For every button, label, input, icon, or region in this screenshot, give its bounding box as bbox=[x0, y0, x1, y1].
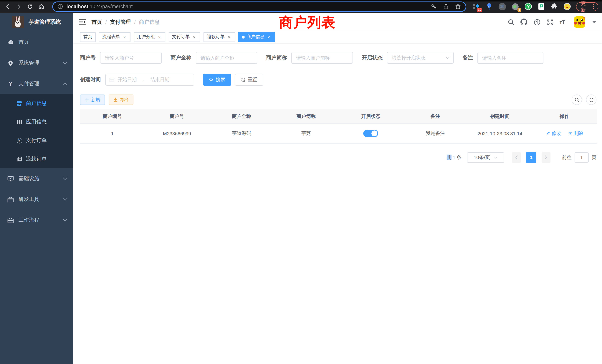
status-select[interactable]: 请选择开启状态 bbox=[387, 52, 454, 64]
extension-balloon-icon[interactable] bbox=[486, 3, 493, 10]
tab-home[interactable]: 首页 bbox=[80, 32, 96, 42]
profile-emoji-avatar[interactable] bbox=[563, 3, 571, 10]
sidebar-item-workflow[interactable]: 工作流程 bbox=[0, 210, 73, 231]
address-bar[interactable]: localhost:1024/pay/merchant bbox=[52, 1, 466, 12]
extension-yudao-icon[interactable] bbox=[525, 3, 532, 10]
site-info-icon[interactable] bbox=[57, 4, 63, 9]
extension-chat-icon[interactable] bbox=[538, 3, 545, 10]
browser-reload-button[interactable] bbox=[25, 2, 35, 11]
edit-label: 修改 bbox=[552, 130, 561, 137]
page-size-select[interactable]: 10条/页 bbox=[467, 152, 504, 162]
plus-icon bbox=[85, 98, 89, 102]
font-size-icon[interactable]: TT bbox=[559, 20, 565, 24]
tab-process-form[interactable]: 流程表单× bbox=[99, 32, 130, 42]
remark-input[interactable] bbox=[477, 52, 543, 64]
col-merchant-no: 商户号 bbox=[145, 109, 209, 123]
close-icon[interactable]: × bbox=[226, 34, 232, 40]
trash-icon bbox=[568, 131, 572, 136]
search-icon[interactable] bbox=[508, 19, 514, 25]
sidebar-item-home[interactable]: 首页 bbox=[0, 32, 73, 53]
sidebar-item-infrastructure[interactable]: 基础设施 bbox=[0, 168, 73, 189]
extension-command-icon[interactable]: ⌘ bbox=[499, 3, 506, 10]
end-date-placeholder: 结束日期 bbox=[150, 76, 170, 83]
browser-forward-button[interactable] bbox=[14, 2, 24, 11]
url-text[interactable]: localhost:1024/pay/merchant bbox=[66, 4, 431, 9]
browser-menu-icon[interactable] bbox=[593, 4, 594, 9]
toggle-search-button[interactable] bbox=[572, 95, 582, 105]
prev-page-button[interactable] bbox=[512, 152, 521, 162]
create-time-range-picker[interactable]: 开始日期 - 结束日期 bbox=[105, 74, 194, 86]
merchant-no-input[interactable] bbox=[100, 52, 162, 64]
cell-remark: 我是备注 bbox=[403, 123, 468, 143]
sidebar-logo[interactable]: 芋道管理系统 bbox=[0, 13, 73, 31]
extension-translate-icon[interactable]: 10 bbox=[473, 3, 480, 10]
edit-link[interactable]: 修改 bbox=[546, 130, 561, 137]
page-number-1[interactable]: 1 bbox=[526, 152, 536, 162]
next-page-button[interactable] bbox=[542, 152, 550, 162]
browser-back-button[interactable] bbox=[3, 2, 12, 11]
github-icon[interactable] bbox=[520, 19, 527, 26]
sidebar-item-dev-tools[interactable]: 研发工具 bbox=[0, 189, 73, 210]
status-placeholder: 请选择开启状态 bbox=[392, 54, 446, 61]
export-button[interactable]: 导出 bbox=[109, 95, 133, 105]
browser-home-button[interactable] bbox=[37, 2, 46, 11]
sidebar-item-merchant-info[interactable]: 商户信息 bbox=[0, 94, 73, 113]
sidebar: 芋道管理系统 首页 系统管理 bbox=[0, 13, 73, 364]
chevron-down-icon bbox=[446, 56, 450, 59]
extensions-puzzle-icon[interactable] bbox=[550, 3, 558, 10]
col-full-name: 商户全称 bbox=[209, 109, 274, 123]
document-copy-icon bbox=[16, 156, 22, 162]
extension-tag-icon[interactable]: 1 bbox=[512, 3, 519, 10]
avatar-caret-icon[interactable] bbox=[592, 21, 596, 23]
sidebar-fold-icon[interactable] bbox=[79, 19, 86, 25]
sidebar-item-label: 研发工具 bbox=[19, 196, 39, 203]
tab-merchant-info[interactable]: 商户信息× bbox=[238, 32, 275, 42]
bookmark-star-icon[interactable] bbox=[455, 3, 461, 10]
breadcrumb-payment[interactable]: 支付管理 bbox=[110, 19, 131, 25]
active-dot bbox=[242, 35, 245, 38]
delete-link[interactable]: 删除 bbox=[568, 130, 583, 137]
reset-button[interactable]: 重置 bbox=[235, 74, 263, 86]
cell-full-name: 芋道源码 bbox=[209, 123, 274, 143]
close-icon[interactable]: × bbox=[192, 34, 197, 40]
sidebar-item-app-info[interactable]: 应用信息 bbox=[0, 113, 73, 131]
refresh-table-button[interactable] bbox=[586, 95, 596, 105]
browser-update-button[interactable]: 更新 bbox=[576, 2, 598, 11]
yen-icon: ¥ bbox=[7, 81, 14, 87]
page-size-value: 10条/页 bbox=[474, 154, 490, 161]
tab-user-group[interactable]: 用户分组× bbox=[134, 32, 165, 42]
fullscreen-icon[interactable] bbox=[547, 19, 553, 25]
sidebar-item-refund-order[interactable]: 退款订单 bbox=[0, 150, 73, 168]
merchant-full-name-input[interactable] bbox=[196, 52, 257, 64]
merchant-short-name-input[interactable] bbox=[291, 52, 353, 64]
help-icon[interactable] bbox=[534, 19, 540, 25]
start-date-placeholder: 开始日期 bbox=[118, 76, 137, 83]
grid-icon bbox=[16, 119, 22, 125]
password-key-icon[interactable] bbox=[431, 3, 437, 10]
add-button-label: 新增 bbox=[91, 96, 100, 103]
sidebar-item-label: 首页 bbox=[19, 39, 29, 46]
tab-pay-order[interactable]: 支付订单× bbox=[169, 32, 200, 42]
status-toggle[interactable] bbox=[363, 130, 378, 137]
sidebar-item-label: 退款订单 bbox=[26, 156, 47, 162]
sidebar-item-pay-order[interactable]: ¥ 支付订单 bbox=[0, 131, 73, 150]
user-avatar[interactable] bbox=[574, 16, 585, 28]
close-icon[interactable]: × bbox=[157, 34, 162, 40]
url-host: localhost bbox=[66, 4, 88, 9]
share-icon[interactable] bbox=[443, 3, 449, 10]
goto-page-input[interactable] bbox=[575, 152, 589, 162]
col-short-name: 商户简称 bbox=[274, 109, 339, 123]
breadcrumb-home[interactable]: 首页 bbox=[92, 19, 102, 25]
close-icon[interactable]: × bbox=[122, 34, 127, 40]
tab-refund-order[interactable]: 退款订单× bbox=[204, 32, 235, 42]
filter-row-1: 商户号 商户全称 商户简称 开启状态 请选择开启状态 bbox=[80, 52, 597, 64]
sidebar-item-label: 支付订单 bbox=[26, 137, 47, 144]
search-button[interactable]: 搜索 bbox=[203, 74, 231, 86]
sidebar-item-label: 基础设施 bbox=[19, 175, 39, 182]
tab-label: 用户分组 bbox=[137, 34, 155, 40]
sidebar-item-system[interactable]: 系统管理 bbox=[0, 53, 73, 73]
payment-submenu: 商户信息 应用信息 ¥ 支付订单 bbox=[0, 94, 73, 168]
sidebar-item-payment[interactable]: ¥ 支付管理 bbox=[0, 73, 73, 94]
add-button[interactable]: 新增 bbox=[80, 95, 105, 105]
close-icon[interactable]: × bbox=[266, 34, 271, 40]
